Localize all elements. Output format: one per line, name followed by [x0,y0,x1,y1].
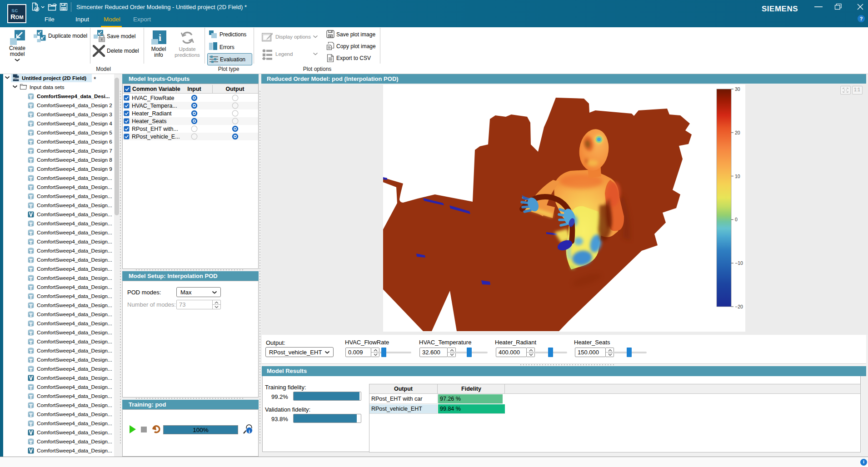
svg-text:30: 30 [735,86,740,92]
svg-text:0: 0 [735,217,738,222]
svg-text:i: i [249,428,250,434]
svg-text:i: i [159,32,161,43]
svg-text:Rом: Rом [13,77,19,80]
svg-text:−10: −10 [735,260,743,266]
svg-text:20: 20 [735,130,740,135]
svg-text:10: 10 [735,174,740,179]
svg-text:−20: −20 [735,304,743,309]
